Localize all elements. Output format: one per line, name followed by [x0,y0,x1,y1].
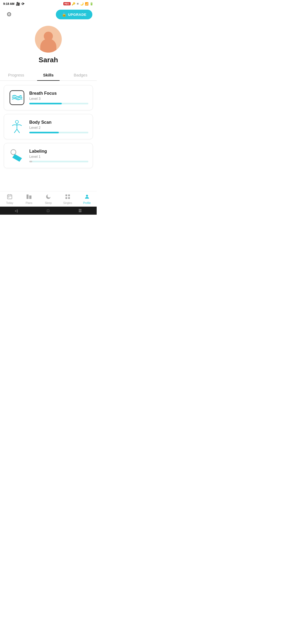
body-scan-progress-bg [29,132,88,133]
svg-point-5 [11,150,16,155]
moon-icon: 🌙 [80,2,84,6]
back-button[interactable]: ◁ [15,208,18,213]
bottom-nav: Today Plans Sleep Singles [0,191,97,207]
skill-card-body-scan[interactable]: Body Scan Level 2 [4,114,93,139]
avatar [35,26,62,53]
nav-plans[interactable]: Plans [19,194,39,204]
tabs: Progress Skills Badges [0,69,97,81]
svg-rect-13 [66,194,67,196]
status-icons: REC 🔑 ✳ 🌙 📶 🔋 [63,2,93,6]
key-icon: 🔑 [72,2,75,6]
nav-singles[interactable]: Singles [58,194,77,204]
upgrade-button[interactable]: 🔒 UPGRADE [56,10,92,19]
nav-today-label: Today [6,202,13,204]
svg-point-1 [15,120,18,123]
body-scan-progress-fill [29,132,59,133]
svg-point-17 [86,195,88,196]
gear-icon: ⚙ [6,11,12,18]
nav-singles-label: Singles [63,202,72,204]
skill-card-labeling[interactable]: Labeling Level 1 [4,143,93,168]
nav-today[interactable]: Today [0,194,19,204]
body-scan-info: Body Scan Level 2 [29,120,88,133]
calendar-icon [7,194,13,201]
breath-focus-info: Breath Focus Level 3 [29,91,88,104]
labeling-progress-fill [29,161,32,162]
svg-rect-14 [68,194,70,196]
profile-section: Sarah [0,21,97,66]
svg-rect-6 [8,195,12,199]
nav-profile[interactable]: Profile [77,194,97,204]
header: ⚙ 🔒 UPGRADE [0,8,97,21]
avatar-body [40,39,56,53]
nav-profile-label: Profile [83,202,91,204]
plans-icon [26,194,32,201]
labeling-icon [8,147,26,164]
labeling-level: Level 1 [29,155,88,159]
tab-badges[interactable]: Badges [64,69,97,80]
user-name: Sarah [39,56,58,64]
labeling-progress-bg [29,161,88,162]
android-nav-bar: ◁ □ ☰ [0,207,97,215]
settings-button[interactable]: ⚙ [4,10,14,19]
status-bar: 9:18 AM 🎥 ⟳ REC 🔑 ✳ 🌙 📶 🔋 [0,0,97,8]
labeling-info: Labeling Level 1 [29,149,88,162]
skill-card-breath-focus[interactable]: Breath Focus Level 3 [4,85,93,110]
battery-icon: 🔋 [90,2,93,6]
moon-nav-icon [45,194,51,201]
svg-rect-12 [29,195,31,199]
skills-list: Breath Focus Level 3 [0,81,97,208]
tab-progress[interactable]: Progress [0,69,32,80]
svg-rect-10 [8,197,9,197]
svg-line-3 [15,129,17,133]
svg-rect-15 [66,197,67,199]
person-icon [84,194,90,201]
singles-icon [65,194,71,201]
labeling-name: Labeling [29,149,88,154]
breath-focus-icon [8,89,26,106]
rec-indicator: REC [63,2,71,5]
svg-rect-16 [68,197,70,199]
breath-focus-level: Level 3 [29,97,88,101]
body-scan-level: Level 2 [29,126,88,130]
svg-line-4 [17,129,19,133]
status-time: 9:18 AM 🎥 ⟳ [3,2,24,6]
body-scan-name: Body Scan [29,120,88,125]
nav-sleep[interactable]: Sleep [39,194,58,204]
breath-focus-progress-fill [29,103,62,104]
tab-skills[interactable]: Skills [32,69,64,80]
wifi-icon: 📶 [85,2,89,6]
recents-button[interactable]: ☰ [78,208,82,213]
svg-rect-11 [27,194,28,199]
nav-sleep-label: Sleep [45,202,52,204]
body-scan-icon [8,118,26,135]
home-button[interactable]: □ [47,208,49,213]
bluetooth-icon: ✳ [77,2,79,6]
lock-icon: 🔒 [62,12,67,17]
breath-focus-name: Breath Focus [29,91,88,96]
breath-focus-progress-bg [29,103,88,104]
nav-plans-label: Plans [26,202,32,204]
